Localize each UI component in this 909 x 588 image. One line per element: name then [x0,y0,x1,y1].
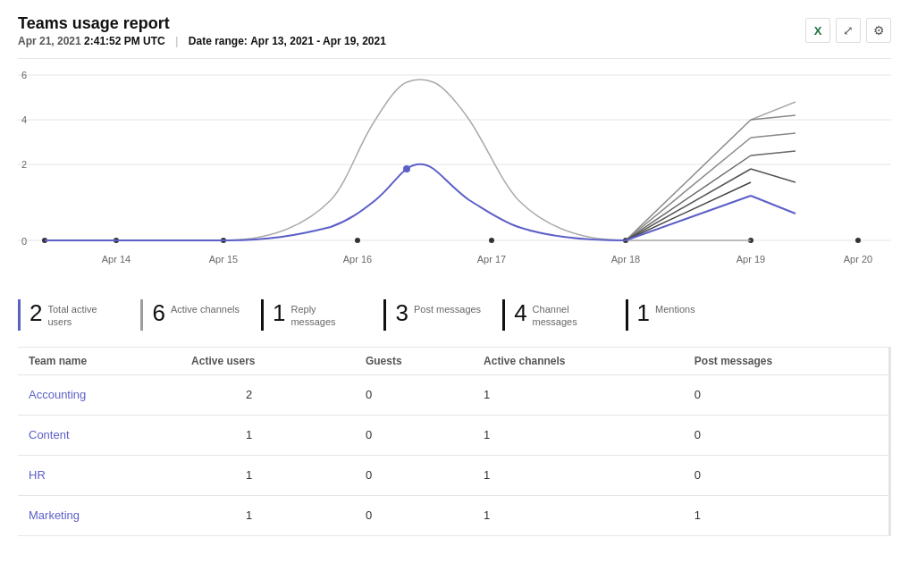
sparkline-cell-2: 1 [191,465,344,486]
svg-line-28 [626,182,751,240]
active-channels-3: 1 [473,495,684,535]
svg-text:Apr 15: Apr 15 [209,254,238,265]
expand-button[interactable]: ⤢ [836,18,861,43]
stat-label-2: Reply messages [290,303,362,329]
svg-line-33 [751,151,795,155]
expand-icon: ⤢ [843,23,854,38]
col-team-name: Team name [18,348,181,375]
svg-text:2: 2 [21,159,27,170]
post-messages-3: 1 [684,495,890,535]
stat-number-3: 3 [395,301,408,324]
post-messages-1: 0 [684,415,890,455]
col-post-messages: Post messages [684,348,890,375]
report-time: 2:41:52 PM UTC [84,35,165,47]
excel-export-button[interactable]: X [805,18,830,43]
svg-text:0: 0 [21,236,27,247]
stat-number-0: 2 [29,301,42,324]
svg-line-32 [751,133,795,138]
header-divider [18,58,891,59]
post-messages-0: 0 [684,374,890,415]
active-channels-0: 1 [473,374,684,415]
svg-text:Apr 19: Apr 19 [736,254,765,265]
settings-button[interactable]: ⚙ [866,18,891,43]
team-name-2[interactable]: HR [18,455,181,495]
active-users-value-2: 1 [246,468,252,482]
header-left: Teams usage report Apr 21, 2021 2:41:52 … [18,14,386,47]
svg-line-34 [751,169,795,182]
col-active-users: Active users [181,348,355,375]
active-users-value-0: 2 [246,388,252,401]
guests-2: 0 [355,455,473,495]
stat-label-3: Post messages [414,303,481,315]
date-range-label: Date range: [189,35,248,47]
svg-text:Apr 16: Apr 16 [343,254,372,265]
stat-number-2: 1 [273,301,285,324]
svg-text:Apr 14: Apr 14 [102,254,130,265]
active-users-2: 1 [181,455,355,495]
active-users-0: 2 [181,374,355,415]
table-container[interactable]: Team name Active users Guests Active cha… [18,347,891,574]
team-name-0[interactable]: Accounting [18,374,181,415]
stat-number-5: 1 [637,301,650,324]
settings-icon: ⚙ [873,23,885,38]
active-users-value-3: 1 [246,508,252,522]
page-container: Teams usage report Apr 21, 2021 2:41:52 … [0,0,909,588]
excel-icon: X [814,24,822,38]
svg-line-26 [626,155,751,240]
table-row: Marketing 1 0 1 1 [18,495,890,535]
team-name-3[interactable]: Marketing [18,495,181,535]
usage-table: Team name Active users Guests Active cha… [18,348,891,536]
stat-label-1: Active channels [171,303,240,315]
sparkline-svg-1 [191,424,240,446]
col-guests: Guests [355,348,473,375]
active-users-1: 1 [181,415,355,455]
stat-item-1: 6 Active channels [140,299,261,331]
stat-label-5: Mentions [655,303,695,315]
col-active-channels: Active channels [473,348,684,375]
header-icons: X ⤢ ⚙ [805,18,891,43]
table-row: HR 1 0 1 0 [18,455,890,495]
svg-text:Apr 18: Apr 18 [611,254,640,265]
sparkline-cell-3: 1 [191,505,344,526]
sparkline-svg-2 [191,465,240,486]
stat-number-4: 4 [514,301,526,324]
header: Teams usage report Apr 21, 2021 2:41:52 … [18,14,891,47]
svg-point-18 [355,238,360,243]
stat-label-4: Channel messages [533,303,604,329]
date-range: Apr 13, 2021 - Apr 19, 2021 [250,35,386,47]
svg-point-19 [489,238,494,243]
table-row: Content 1 0 1 0 [18,415,890,455]
sparkline-svg-0 [191,384,240,406]
sparkline-svg-3 [191,505,240,526]
table-row: Accounting 2 0 1 0 [18,374,890,415]
svg-text:Apr 17: Apr 17 [477,254,506,265]
active-users-3: 1 [181,495,355,535]
svg-line-25 [626,138,751,240]
chart-svg: 6 4 2 0 Apr 14 Apr 15 Apr 16 Apr 17 Apr … [18,66,891,281]
stat-number-1: 6 [152,301,164,324]
svg-point-23 [403,165,410,172]
sparkline-cell-0: 2 [191,384,344,406]
post-messages-2: 0 [684,455,890,495]
stat-item-5: 1 Mentions [626,299,717,331]
guests-1: 0 [355,415,473,455]
active-channels-2: 1 [473,455,684,495]
sparkline-cell-1: 1 [191,424,344,446]
svg-point-22 [855,238,861,243]
svg-text:4: 4 [21,114,27,125]
svg-text:Apr 20: Apr 20 [844,254,872,265]
active-channels-1: 1 [473,415,684,455]
svg-line-35 [751,196,795,214]
stats-row: 2 Total active users 6 Active channels 1… [18,294,891,336]
team-name-1[interactable]: Content [18,415,181,455]
guests-3: 0 [355,495,473,535]
table-header-row: Team name Active users Guests Active cha… [18,348,890,375]
svg-text:6: 6 [21,70,27,80]
stat-item-4: 4 Channel messages [502,299,625,331]
report-title: Teams usage report [18,14,386,33]
stat-item-0: 2 Total active users [18,299,140,331]
guests-0: 0 [355,374,473,415]
stat-item-3: 3 Post messages [383,299,502,331]
stat-item-2: 1 Reply messages [261,299,383,331]
chart-container: 6 4 2 0 Apr 14 Apr 15 Apr 16 Apr 17 Apr … [18,66,891,283]
